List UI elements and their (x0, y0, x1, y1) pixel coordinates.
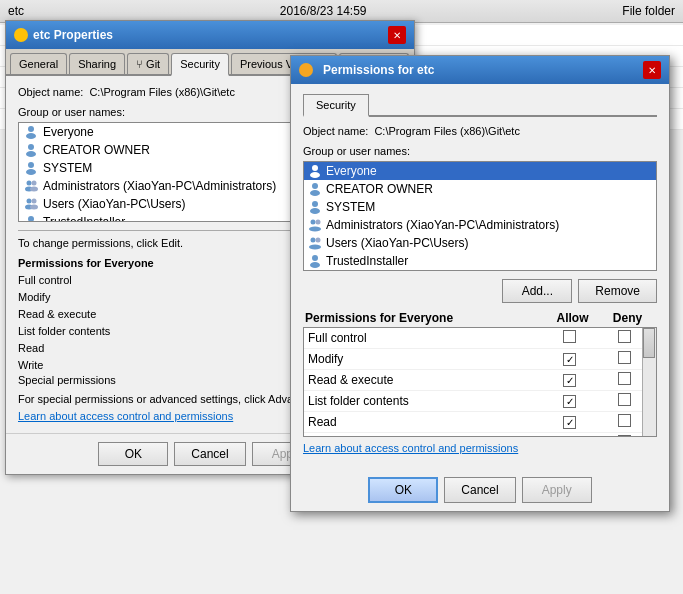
perm-allow-col-header: Allow (545, 311, 600, 325)
svg-point-23 (316, 220, 321, 225)
user-name: Administrators (XiaoYan-PC\Administrator… (326, 218, 559, 232)
properties-titlebar: etc Properties ✕ (6, 21, 414, 49)
perm-user-system[interactable]: SYSTEM (304, 198, 656, 216)
perm-allow-check[interactable] (542, 352, 597, 366)
tab-sharing[interactable]: Sharing (69, 53, 125, 74)
svg-point-18 (312, 183, 318, 189)
user-name: TrustedInstaller (326, 254, 408, 268)
user-name: CREATOR OWNER (43, 143, 150, 157)
properties-title: etc Properties (33, 28, 113, 42)
perm-table-header: Permissions for Everyone Allow Deny (303, 311, 657, 325)
perm-close-button[interactable]: ✕ (643, 61, 661, 79)
perm-object-row: Object name: C:\Program Files (x86)\Git\… (303, 125, 657, 137)
permissions-table[interactable]: Full control Modify Read & execute List … (303, 327, 657, 437)
checkbox[interactable] (618, 330, 631, 343)
perm-row-list: List folder contents (304, 391, 656, 412)
scrollbar-thumb[interactable] (643, 328, 655, 358)
perm-user-trusted[interactable]: TrustedInstaller (304, 252, 656, 270)
perm-apply-button[interactable]: Apply (522, 477, 592, 503)
svg-point-29 (310, 262, 320, 268)
tab-git[interactable]: ⑂ Git (127, 53, 169, 74)
permissions-body: Security Object name: C:\Program Files (… (291, 84, 669, 469)
explorer-type: File folder (622, 4, 675, 18)
group-icon (23, 197, 39, 211)
perm-allow-check[interactable] (542, 394, 597, 408)
perm-name: Modify (308, 352, 542, 366)
perm-object-label: Object name: (303, 125, 368, 137)
perm-allow-check[interactable] (542, 330, 597, 346)
user-icon (308, 164, 322, 178)
svg-point-0 (28, 126, 34, 132)
perm-tabs: Security (303, 94, 657, 117)
explorer-title: etc (8, 4, 24, 18)
learn-link[interactable]: Learn about access control and permissio… (18, 410, 233, 422)
user-name: SYSTEM (326, 200, 375, 214)
perm-title-group: Permissions for etc (299, 63, 434, 77)
perm-group-label: Group or user names: (303, 145, 657, 157)
perm-row-read-execute: Read & execute (304, 370, 656, 391)
svg-point-28 (312, 255, 318, 261)
user-name: Everyone (326, 164, 377, 178)
svg-point-9 (30, 187, 38, 192)
svg-point-17 (310, 172, 320, 178)
checkbox[interactable] (618, 414, 631, 427)
checkbox[interactable] (563, 416, 576, 429)
tab-security[interactable]: Security (171, 53, 229, 76)
perm-name-col-header: Permissions for Everyone (305, 311, 545, 325)
perm-user-admins[interactable]: Administrators (XiaoYan-PC\Administrator… (304, 216, 656, 234)
close-button[interactable]: ✕ (388, 26, 406, 44)
perm-row-write: Write (304, 433, 656, 437)
permissions-title: Permissions for etc (323, 63, 434, 77)
svg-point-25 (311, 238, 316, 243)
svg-point-1 (26, 133, 36, 139)
perm-allow-check[interactable] (542, 373, 597, 387)
checkbox[interactable] (618, 393, 631, 406)
svg-point-12 (32, 199, 37, 204)
perm-learn-link[interactable]: Learn about access control and permissio… (303, 442, 518, 454)
permissions-titlebar: Permissions for etc ✕ (291, 56, 669, 84)
perm-dialog-buttons: OK Cancel Apply (291, 469, 669, 511)
checkbox[interactable] (563, 330, 576, 343)
cancel-button[interactable]: Cancel (174, 442, 245, 466)
checkbox[interactable] (618, 372, 631, 385)
perm-cancel-button[interactable]: Cancel (444, 477, 515, 503)
ok-button[interactable]: OK (98, 442, 168, 466)
perm-allow-check[interactable] (542, 415, 597, 429)
group-icon (308, 236, 322, 250)
svg-point-8 (32, 181, 37, 186)
checkbox[interactable] (563, 374, 576, 387)
user-icon (23, 215, 39, 222)
remove-button[interactable]: Remove (578, 279, 657, 303)
svg-point-4 (28, 162, 34, 168)
perm-ok-button[interactable]: OK (368, 477, 438, 503)
group-icon (308, 218, 322, 232)
checkbox[interactable] (618, 435, 631, 437)
perm-row-read: Read (304, 412, 656, 433)
perm-learn-container: Learn about access control and permissio… (303, 441, 657, 455)
svg-point-27 (309, 245, 321, 250)
scrollbar-track[interactable] (642, 328, 656, 436)
svg-point-20 (312, 201, 318, 207)
user-name: CREATOR OWNER (326, 182, 433, 196)
perm-tab-security[interactable]: Security (303, 94, 369, 117)
tab-general[interactable]: General (10, 53, 67, 74)
checkbox[interactable] (563, 353, 576, 366)
checkbox[interactable] (618, 351, 631, 364)
perm-allow-check[interactable] (542, 436, 597, 437)
svg-point-22 (311, 220, 316, 225)
svg-point-3 (26, 151, 36, 157)
checkbox[interactable] (563, 395, 576, 408)
perm-user-creator[interactable]: CREATOR OWNER (304, 180, 656, 198)
user-icon (23, 125, 39, 139)
user-icon (23, 143, 39, 157)
add-button[interactable]: Add... (502, 279, 572, 303)
perm-user-everyone[interactable]: Everyone (304, 162, 656, 180)
group-icon (23, 179, 39, 193)
user-name: Everyone (43, 125, 94, 139)
perm-name: Full control (308, 331, 542, 345)
perm-name: Write (308, 436, 542, 437)
perm-user-users[interactable]: Users (XiaoYan-PC\Users) (304, 234, 656, 252)
svg-point-5 (26, 169, 36, 175)
perm-user-list[interactable]: Everyone CREATOR OWNER SYSTEM Administra… (303, 161, 657, 271)
perm-row-modify: Modify (304, 349, 656, 370)
